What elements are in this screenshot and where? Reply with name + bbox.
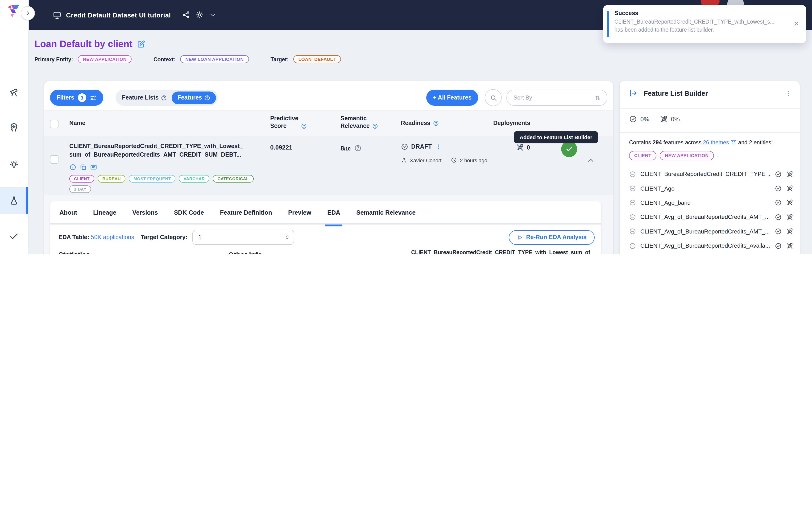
check-circle-icon xyxy=(401,143,408,151)
copy-icon[interactable] xyxy=(80,164,87,171)
detail-tabs: AboutLineageVersionsSDK CodeFeature Defi… xyxy=(50,201,601,223)
play-icon xyxy=(516,234,523,240)
remove-feature-icon[interactable] xyxy=(629,214,636,221)
tab-preview[interactable]: Preview xyxy=(288,201,311,223)
themes-link[interactable]: 26 themes xyxy=(703,139,729,146)
sidebar xyxy=(0,0,29,254)
feature-row[interactable]: Added to Feature List Builder CLIENT_Bur… xyxy=(44,136,613,195)
tab-lineage[interactable]: Lineage xyxy=(93,201,116,223)
builder-menu-icon[interactable] xyxy=(785,89,792,97)
builder-summary: Contains 294 features across 26 themes a… xyxy=(629,139,792,160)
select-all-checkbox[interactable] xyxy=(50,120,58,128)
app-root: Credit Default Dataset UI tutorial xyxy=(0,0,812,254)
builder-list-item[interactable]: CLIENT_Age xyxy=(629,181,793,196)
remove-feature-icon[interactable] xyxy=(629,242,636,249)
rocket-off-icon[interactable] xyxy=(786,171,793,178)
sidebar-item-knowledge[interactable] xyxy=(0,114,28,140)
sidebar-collapse-button[interactable] xyxy=(21,6,35,20)
primary-entity-chip[interactable]: NEW APPLICATION xyxy=(78,55,132,63)
rocket-off-icon[interactable] xyxy=(786,242,793,249)
column-semantic-relevance[interactable]: Semantic Relevance xyxy=(341,115,378,130)
sort-by-input[interactable] xyxy=(512,94,590,101)
rerun-eda-button[interactable]: Re-Run EDA Analysis xyxy=(508,230,595,245)
row-checkbox[interactable] xyxy=(50,155,58,164)
share-icon[interactable] xyxy=(182,11,190,19)
chevron-down-icon[interactable] xyxy=(210,11,216,18)
feature-tags: CLIENTBUREAUMOST FREQUENTVARCHARCATEGORI… xyxy=(69,175,254,182)
app-logo[interactable] xyxy=(6,4,21,19)
predictive-score-value: 0.09221 xyxy=(270,144,292,151)
sidebar-item-experiment[interactable] xyxy=(0,187,28,214)
added-success-indicator[interactable] xyxy=(561,141,577,157)
builder-feature-name: CLIENT_Age_band xyxy=(640,200,770,206)
help-icon[interactable] xyxy=(354,144,362,152)
semantic-relevance-value: 8/10 xyxy=(341,144,362,152)
sidebar-item-approvals[interactable] xyxy=(0,223,28,249)
builder-title: Feature List Builder xyxy=(644,89,779,97)
readiness-cell: DRAFT xyxy=(401,143,442,151)
builder-list-item[interactable]: CLIENT_Avg_of_BureauReportedCredits_Over… xyxy=(629,253,793,254)
remove-feature-icon[interactable] xyxy=(629,199,636,206)
features-toolbar: Filters 3 Feature Lists Features + All F… xyxy=(50,88,607,108)
id-icon[interactable] xyxy=(90,164,97,171)
tab-features[interactable]: Features xyxy=(172,91,216,104)
remove-feature-icon[interactable] xyxy=(629,171,636,178)
tab-about[interactable]: About xyxy=(59,201,77,223)
builder-list-item[interactable]: CLIENT_BureauReportedCredit_CREDIT_TYPE_… xyxy=(629,167,793,181)
readiness-icon[interactable] xyxy=(775,214,782,221)
readiness-icon[interactable] xyxy=(775,199,782,206)
sort-by-field[interactable] xyxy=(506,90,607,105)
entity-chip-new-application[interactable]: NEW APPLICATION xyxy=(660,151,714,160)
entity-chip-client[interactable]: CLIENT xyxy=(629,151,657,160)
notification-badge[interactable] xyxy=(701,0,720,6)
rocket-off-icon[interactable] xyxy=(786,185,793,192)
edit-title-icon[interactable] xyxy=(137,40,145,48)
rocket-off-icon[interactable] xyxy=(786,228,793,235)
builder-feature-name: CLIENT_BureauReportedCredit_CREDIT_TYPE_… xyxy=(640,171,770,177)
rocket-off-icon[interactable] xyxy=(786,214,793,221)
readiness-icon[interactable] xyxy=(775,171,782,178)
rocket-off-icon[interactable] xyxy=(786,199,793,206)
tag-categorical: CATEGORICAL xyxy=(213,175,254,182)
feature-name[interactable]: CLIENT_BureauReportedCredit_CREDIT_TYPE_… xyxy=(69,142,267,159)
toast-close-icon[interactable] xyxy=(793,20,800,27)
column-readiness[interactable]: Readiness xyxy=(401,119,439,127)
filters-label: Filters xyxy=(57,94,74,101)
sidebar-item-ideas[interactable] xyxy=(0,151,28,177)
sidebar-item-explore[interactable] xyxy=(0,79,28,105)
context-chip[interactable]: NEW LOAN APPLICATION xyxy=(180,55,249,63)
collapse-row-icon[interactable] xyxy=(587,156,595,164)
tab-sdk-code[interactable]: SDK Code xyxy=(174,201,204,223)
readiness-icon[interactable] xyxy=(775,185,782,192)
builder-list-item[interactable]: CLIENT_Avg_of_BureauReportedCredits_AMT_… xyxy=(629,210,793,224)
builder-list-item[interactable]: CLIENT_Avg_of_BureauReportedCredits_Avai… xyxy=(629,239,793,253)
settings-icon[interactable] xyxy=(196,11,204,19)
deployments-count: 0 xyxy=(527,144,530,151)
builder-list-item[interactable]: CLIENT_Avg_of_BureauReportedCredits_AMT_… xyxy=(629,224,793,239)
eda-table-link[interactable]: 50K applications xyxy=(91,234,134,241)
telescope-icon xyxy=(9,87,19,97)
column-deployments[interactable]: Deployments xyxy=(493,119,530,127)
kebab-menu-icon[interactable] xyxy=(435,143,442,150)
readiness-icon[interactable] xyxy=(775,228,782,235)
tab-feature-lists[interactable]: Feature Lists xyxy=(122,94,167,101)
remove-feature-icon[interactable] xyxy=(629,185,636,192)
author: Xavier Conort xyxy=(410,157,442,163)
readiness-icon[interactable] xyxy=(775,242,782,249)
column-predictive-score[interactable]: Predictive Score xyxy=(270,115,307,130)
target-chip[interactable]: LOAN_DEFAULT xyxy=(293,55,341,63)
tab-semantic-relevance[interactable]: Semantic Relevance xyxy=(356,201,415,223)
remove-feature-icon[interactable] xyxy=(629,228,636,235)
target-category-select[interactable]: 1 xyxy=(192,230,294,245)
tab-feature-definition[interactable]: Feature Definition xyxy=(220,201,272,223)
builder-feature-name: CLIENT_Age xyxy=(640,185,770,192)
builder-list-item[interactable]: CLIENT_Age_band xyxy=(629,196,793,210)
funnel-icon[interactable] xyxy=(730,139,736,145)
column-name[interactable]: Name xyxy=(69,119,85,127)
filters-button[interactable]: Filters 3 xyxy=(50,90,103,105)
tab-versions[interactable]: Versions xyxy=(132,201,158,223)
tab-eda[interactable]: EDA xyxy=(327,201,340,223)
info-icon[interactable] xyxy=(69,164,76,171)
search-button[interactable] xyxy=(485,89,502,106)
all-features-button[interactable]: + All Features xyxy=(426,90,478,105)
